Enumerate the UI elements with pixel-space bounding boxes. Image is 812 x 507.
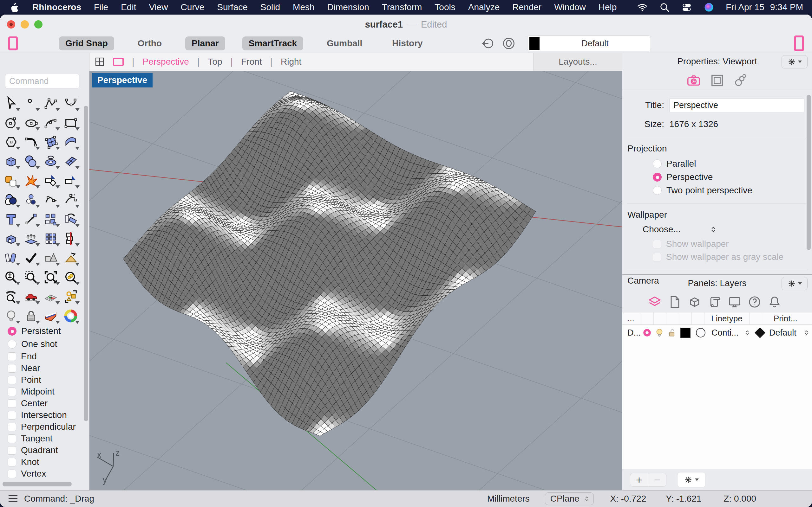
persistent-radio[interactable]: Persistent: [8, 326, 61, 336]
twisted-surface-tool[interactable]: [61, 152, 81, 171]
menu-clock[interactable]: Fri Apr 159:34 PM: [726, 2, 803, 12]
move-arrow-tool[interactable]: [21, 210, 41, 229]
snap-tangent-checkbox[interactable]: Tangent: [8, 434, 76, 443]
snap-perpendicular-checkbox[interactable]: Perpendicular: [8, 422, 76, 431]
surface-patch-tool[interactable]: [41, 132, 61, 152]
layer-row-default[interactable]: D... Conti... Default: [622, 325, 812, 341]
undo-view-tool[interactable]: [1, 287, 21, 306]
layer-print-width-value[interactable]: Default: [767, 328, 802, 338]
pink-rectangle-icon[interactable]: [8, 37, 18, 50]
viewport-frame-icon[interactable]: [710, 73, 724, 88]
layer-linetype-value[interactable]: Conti...: [708, 328, 742, 338]
menu-item-window[interactable]: Window: [554, 2, 586, 12]
record-history-circle-icon[interactable]: [474, 37, 495, 50]
menu-item-mesh[interactable]: Mesh: [293, 2, 314, 12]
menu-item-transform[interactable]: Transform: [382, 2, 422, 12]
help-icon[interactable]: [748, 295, 762, 309]
group-shapes-tool[interactable]: [61, 287, 81, 306]
bulb-on-icon[interactable]: [653, 328, 665, 338]
cplane-grid-tool[interactable]: [41, 287, 61, 306]
cplane-dropdown[interactable]: CPlane: [545, 493, 594, 505]
menu-item-help[interactable]: Help: [599, 2, 617, 12]
perspective-viewport[interactable]: Perspective x z y: [90, 71, 622, 490]
layer-name[interactable]: D...: [622, 328, 641, 338]
control-point-curve-tool[interactable]: [61, 94, 81, 113]
menu-item-edit[interactable]: Edit: [121, 2, 136, 12]
show-wallpaper-grayscale-checkbox[interactable]: Show wallpaper as gray scale: [653, 252, 812, 262]
properties-scrollbar[interactable]: [807, 95, 811, 250]
wallpaper-choose-dropdown[interactable]: Choose...: [643, 224, 812, 234]
planar-toggle[interactable]: Planar: [185, 37, 225, 50]
layers-gear-button[interactable]: [781, 277, 808, 290]
tab-top[interactable]: Top: [208, 57, 222, 67]
boolean-circles-tool[interactable]: [1, 190, 21, 210]
zoom-window-tool[interactable]: [21, 268, 41, 287]
curved-surface-tool[interactable]: [61, 132, 81, 152]
material-circle-icon[interactable]: [693, 328, 708, 337]
smarttrack-toggle[interactable]: SmartTrack: [242, 37, 304, 50]
column-print-width[interactable]: Print...: [762, 313, 809, 325]
cake-slice-tool[interactable]: [41, 306, 61, 326]
command-input[interactable]: [5, 74, 79, 89]
box-tool[interactable]: [1, 152, 21, 171]
snap-near-checkbox[interactable]: Near: [8, 364, 76, 373]
grid-array-tool[interactable]: [41, 229, 61, 248]
column-linetype[interactable]: Linetype: [704, 313, 749, 325]
ellipse-tool[interactable]: [21, 113, 41, 132]
polyline-tool[interactable]: [41, 94, 61, 113]
tab-right[interactable]: Right: [281, 57, 301, 67]
menu-item-analyze[interactable]: Analyze: [468, 2, 500, 12]
snap-point-checkbox[interactable]: Point: [8, 376, 76, 384]
split-shape-tool[interactable]: [61, 171, 81, 190]
text-letter-tool[interactable]: [1, 210, 21, 229]
pyramid-hand-tool[interactable]: [61, 248, 81, 268]
spheres-tool[interactable]: [21, 152, 41, 171]
zoom-button[interactable]: [34, 20, 43, 29]
extrude-box-tool[interactable]: [1, 229, 21, 248]
padlock-tool[interactable]: [21, 306, 41, 326]
menu-item-solid[interactable]: Solid: [260, 2, 280, 12]
extrude-surface-tool[interactable]: [21, 229, 41, 248]
color-wheel-tool[interactable]: [61, 306, 81, 326]
box-icon[interactable]: [688, 295, 702, 309]
zoom-selected-tool[interactable]: [61, 268, 81, 287]
current-layer-dot-icon[interactable]: [641, 328, 653, 338]
minimize-button[interactable]: [20, 20, 29, 29]
layers-options-button[interactable]: [677, 472, 706, 487]
snap-midpoint-checkbox[interactable]: Midpoint: [8, 387, 76, 396]
units-label[interactable]: Millimeters: [487, 494, 530, 504]
apple-menu-icon[interactable]: [9, 2, 20, 13]
print-color-diamond-icon[interactable]: [753, 329, 767, 337]
camera-icon[interactable]: [687, 73, 701, 88]
gumball-toggle[interactable]: Gumball: [320, 37, 368, 50]
trim-shape-tool[interactable]: [41, 171, 61, 190]
cursor-arrow-tool[interactable]: [1, 94, 21, 113]
perspective-radio[interactable]: Perspective: [653, 172, 812, 182]
one-shot-radio[interactable]: One shot: [8, 339, 61, 349]
display-icon[interactable]: [728, 295, 742, 309]
menu-item-rhinoceros[interactable]: Rhinoceros: [32, 2, 81, 12]
ortho-toggle[interactable]: Ortho: [131, 37, 168, 50]
spotlight-search-icon[interactable]: [659, 2, 670, 13]
parallel-radio[interactable]: Parallel: [653, 159, 812, 169]
menu-item-tools[interactable]: Tools: [435, 2, 455, 12]
pink-rectangle-icon[interactable]: [794, 36, 804, 51]
rectangle-tool[interactable]: [61, 113, 81, 132]
rotate-shape-tool[interactable]: [61, 210, 81, 229]
layouts-button[interactable]: Layouts...: [534, 53, 622, 71]
siri-icon[interactable]: [704, 2, 714, 13]
explode-burst-tool[interactable]: [21, 171, 41, 190]
snap-end-checkbox[interactable]: End: [8, 352, 76, 361]
delete-layer-button[interactable]: −: [648, 473, 666, 487]
snap-center-checkbox[interactable]: Center: [8, 399, 76, 408]
duplicate-squares-tool[interactable]: [41, 210, 61, 229]
zoom-plus-minus-tool[interactable]: [1, 268, 21, 287]
tab-front[interactable]: Front: [241, 57, 262, 67]
viewport-title-field[interactable]: [669, 98, 804, 112]
tool-palette-scrollbar[interactable]: [84, 106, 88, 421]
curve-points-tool[interactable]: [41, 190, 61, 210]
viewport-title-badge[interactable]: Perspective: [92, 73, 153, 88]
active-layer-dropdown[interactable]: Default: [527, 36, 651, 51]
red-line-trim-tool[interactable]: [61, 229, 81, 248]
four-pane-layout-icon[interactable]: [95, 57, 105, 67]
